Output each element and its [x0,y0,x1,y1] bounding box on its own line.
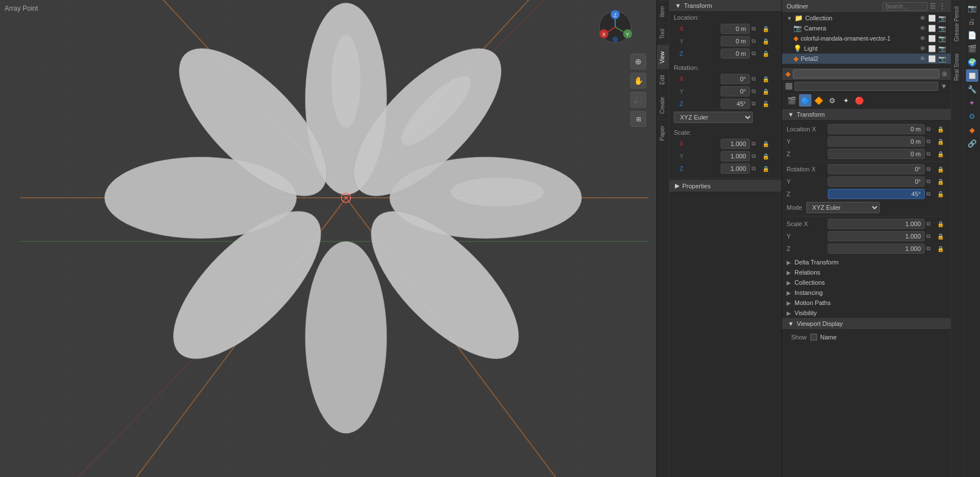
obj-rot-x-val[interactable]: 0° [828,164,925,174]
lock-sy[interactable]: 🔒 [762,153,771,160]
location-z-value[interactable]: 0 m [721,48,750,59]
outliner-filter[interactable]: ☰ [930,2,936,10]
rotation-z-value[interactable]: 45° [721,99,750,109]
lock-sx[interactable]: 🔒 [762,141,771,147]
obj-scale-z-val[interactable]: 1.000 [828,244,925,254]
copy-rz[interactable]: ⧉ [752,100,761,107]
viewport-display-header[interactable]: ▼ Viewport Display [782,318,951,330]
rotation-y-value[interactable]: 0° [721,86,750,96]
prop-icon-physics[interactable]: 🔴 [853,94,866,107]
copy-ry[interactable]: ⧉ [752,88,761,95]
obj-copy-sz[interactable]: ⧉ [926,245,935,252]
outliner-search[interactable] [882,2,928,11]
camera-tool[interactable]: 🎥 [630,92,646,108]
prop-icon-scene[interactable]: 🎬 [785,94,798,107]
obj-lock-sy[interactable]: 🔒 [937,233,946,240]
prop-icon-particles[interactable]: ✦ [840,94,852,107]
prop-particles-icon[interactable]: ✦ [966,96,978,109]
relations-row[interactable]: ▶ Relations [782,267,951,277]
real-snow-tab[interactable]: Real Snow [951,47,963,86]
tab-edit[interactable]: Edit [657,69,669,90]
obj-color-swatch[interactable] [785,83,792,90]
copy-sx[interactable]: ⧉ [752,140,761,147]
lamp-tool[interactable]: ⊞ [630,111,646,127]
lock-icon-lx[interactable]: 🔒 [762,26,771,32]
petal2-hide[interactable]: ⬜ [928,55,936,63]
petal2-render[interactable]: 📷 [938,55,946,63]
viewport[interactable]: Array Point [0,0,669,477]
grease-pencil-tab[interactable]: Grease Pencil [951,0,963,47]
outliner-collection[interactable]: ▼ 📁 Collection 👁 ⬜ 📷 [782,13,951,23]
hand-tool[interactable]: ✋ [630,73,646,89]
obj-copy-lx[interactable]: ⧉ [926,126,935,132]
copy-sz[interactable]: ⧉ [752,165,761,172]
copy-rx[interactable]: ⧉ [752,76,761,82]
prop-object-data-icon[interactable]: ◆ [966,123,978,136]
mandala-render[interactable]: 📷 [938,35,946,42]
obj-lock-ly[interactable]: 🔒 [937,139,946,145]
orientation-widget[interactable]: Z Y X [598,10,632,44]
location-x-value[interactable]: 0 m [721,24,750,34]
collection-hide[interactable]: ⬜ [928,15,936,22]
obj-copy-rz[interactable]: ⧉ [926,191,935,197]
tab-create[interactable]: Create [657,91,669,120]
prop-icon-object[interactable]: 🔷 [799,94,811,107]
cursor-tool[interactable]: ⊕ [630,54,646,69]
lock-ry[interactable]: 🔒 [762,89,771,95]
lock-rz[interactable]: 🔓 [762,101,771,107]
obj-rotation-mode-select[interactable]: XYZ Euler XZY Euler Quaternion [806,202,880,213]
location-y-value[interactable]: 0 m [721,36,750,46]
obj-name-input-2[interactable]: Empty Array Point [794,82,938,91]
mandala-eye[interactable]: 👁 [920,35,926,42]
instancing-row[interactable]: ▶ Instancing [782,288,951,298]
rotation-x-value[interactable]: 0° [721,74,750,84]
prop-icon-mesh[interactable]: 🔶 [813,94,825,107]
camera-eye[interactable]: 👁 [920,25,926,32]
copy-sy[interactable]: ⧉ [752,153,761,160]
prop-view-layer-icon[interactable]: 📄 [966,29,978,41]
obj-lock-lx[interactable]: 🔒 [937,126,946,132]
tab-view[interactable]: View [657,45,669,69]
obj-scale-x-val[interactable]: 1.000 [828,219,925,229]
obj-lock-lz[interactable]: 🔒 [937,151,946,157]
obj-copy-ry[interactable]: ⧉ [926,178,935,185]
visibility-row[interactable]: ▶ Visibility [782,308,951,318]
properties-section-header[interactable]: ▶ Properties [669,180,782,192]
copy-icon-lz[interactable]: ⧉ [752,50,761,57]
scale-z-value[interactable]: 1.000 [721,164,750,174]
scale-x-value[interactable]: 1.000 [721,139,750,149]
obj-lock-ry[interactable]: 🔒 [937,179,946,185]
lock-icon-lz[interactable]: 🔒 [762,51,771,57]
mandala-hide[interactable]: ⬜ [928,35,936,42]
collection-expand[interactable]: ▼ [787,15,792,21]
obj-rot-y-val[interactable]: 0° [828,176,925,187]
transform-section-header[interactable]: ▼ Transform [669,0,782,12]
obj-copy-rx[interactable]: ⧉ [926,166,935,173]
prop-modifier-icon[interactable]: 🔧 [966,83,978,95]
lock-icon-ly[interactable]: 🔒 [762,38,771,45]
outliner-camera[interactable]: 📷 Camera 👁 ⬜ 📷 [782,23,951,33]
name-checkbox[interactable] [810,334,817,341]
obj-lock-sx[interactable]: 🔒 [937,221,946,227]
prop-world-icon[interactable]: 🌍 [966,56,978,68]
prop-filter-icon[interactable]: ▼ [941,82,947,90]
prop-icon-material[interactable]: ⚙ [826,94,838,107]
obj-copy-lz[interactable]: ⧉ [926,151,935,157]
obj-loc-x-val[interactable]: 0 m [828,124,925,134]
obj-lock-sz[interactable]: 🔒 [937,246,946,252]
copy-icon-lx[interactable]: ⧉ [752,25,761,32]
delta-transform-row[interactable]: ▶ Delta Transform [782,257,951,267]
obj-scale-y-val[interactable]: 1.000 [828,231,925,241]
prop-output-icon[interactable]: 🖨 [966,15,978,28]
prop-render-icon[interactable]: 📷 [966,2,978,14]
copy-icon-ly[interactable]: ⧉ [752,38,761,45]
fake-btn-1[interactable]: ⊕ [942,70,947,78]
prop-physics-icon[interactable]: ⚙ [966,110,978,122]
light-eye[interactable]: 👁 [920,45,926,52]
rotation-mode-select[interactable]: XYZ Euler XZY Euler Quaternion [674,112,753,123]
camera-hide[interactable]: ⬜ [928,25,936,32]
prop-constraints-icon[interactable]: 🔗 [966,137,978,149]
obj-loc-z-val[interactable]: 0 m [828,149,925,159]
lock-rx[interactable]: 🔒 [762,76,771,82]
tab-paper[interactable]: Paper [657,120,669,147]
